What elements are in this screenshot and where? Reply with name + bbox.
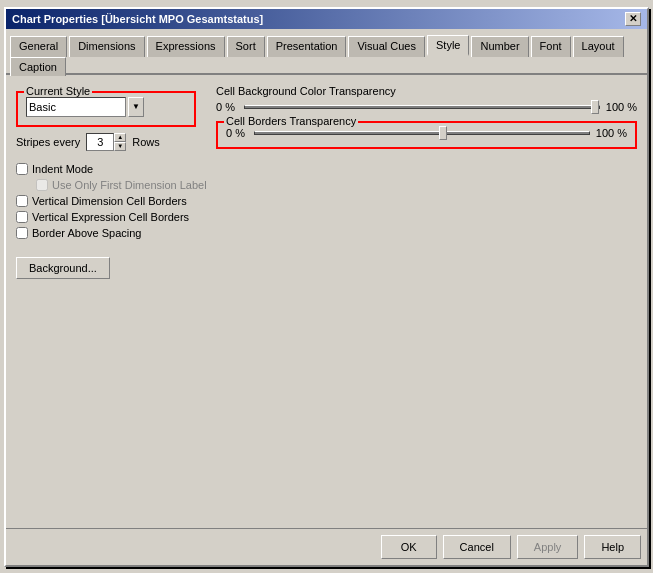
borders-slider-min: 0 %	[226, 127, 248, 139]
border-above-row: Border Above Spacing	[16, 227, 637, 239]
spinner-down-icon[interactable]: ▼	[114, 142, 126, 151]
checkboxes-section: Indent Mode Use Only First Dimension Lab…	[16, 163, 637, 243]
cell-borders-box: Cell Borders Transparency 0 % 100 %	[216, 121, 637, 149]
tab-visual-cues[interactable]: Visual Cues	[348, 36, 425, 57]
indent-mode-label: Indent Mode	[32, 163, 93, 175]
tab-font[interactable]: Font	[531, 36, 571, 57]
vert-dim-row: Vertical Dimension Cell Borders	[16, 195, 637, 207]
vert-dim-label: Vertical Dimension Cell Borders	[32, 195, 187, 207]
vert-expr-label: Vertical Expression Cell Borders	[32, 211, 189, 223]
current-style-box: Current Style Basic ▼	[16, 91, 196, 127]
stripes-spinner: ▲ ▼	[86, 133, 126, 151]
style-dropdown-container: Basic ▼	[26, 97, 186, 117]
use-first-dim-row: Use Only First Dimension Label	[36, 179, 637, 191]
tab-number[interactable]: Number	[471, 36, 528, 57]
close-button[interactable]: ✕	[625, 12, 641, 26]
vert-expr-checkbox[interactable]	[16, 211, 28, 223]
bg-slider-thumb[interactable]	[591, 100, 599, 114]
use-first-dim-checkbox[interactable]	[36, 179, 48, 191]
borders-slider-max: 100 %	[596, 127, 627, 139]
tab-expressions[interactable]: Expressions	[147, 36, 225, 57]
tab-dimensions[interactable]: Dimensions	[69, 36, 144, 57]
border-above-label: Border Above Spacing	[32, 227, 141, 239]
bottom-bar: OK Cancel Apply Help	[6, 528, 647, 565]
style-dropdown[interactable]: Basic	[26, 97, 126, 117]
stripes-label: Stripes every	[16, 136, 80, 148]
dropdown-arrow-icon[interactable]: ▼	[128, 97, 144, 117]
use-first-dim-label: Use Only First Dimension Label	[52, 179, 207, 191]
bg-slider-row: 0 % 100 %	[216, 101, 637, 113]
borders-slider-track	[254, 131, 590, 135]
cell-borders-label: Cell Borders Transparency	[224, 115, 358, 127]
cell-bg-label: Cell Background Color Transparency	[216, 85, 637, 97]
vert-expr-row: Vertical Expression Cell Borders	[16, 211, 637, 223]
bg-slider-max: 100 %	[606, 101, 637, 113]
stripes-input[interactable]	[86, 133, 114, 151]
vert-dim-checkbox[interactable]	[16, 195, 28, 207]
tab-style[interactable]: Style	[427, 35, 469, 56]
left-section: Current Style Basic ▼ Stripes every ▲	[16, 85, 196, 151]
background-button[interactable]: Background...	[16, 257, 110, 279]
right-section: Cell Background Color Transparency 0 % 1…	[216, 85, 637, 151]
borders-slider-row: 0 % 100 %	[226, 127, 627, 139]
title-bar: Chart Properties [Übersicht MPO Gesamtst…	[6, 9, 647, 29]
bg-transparency-section: Cell Background Color Transparency 0 % 1…	[216, 85, 637, 113]
tab-sort[interactable]: Sort	[227, 36, 265, 57]
tab-layout[interactable]: Layout	[573, 36, 624, 57]
tab-presentation[interactable]: Presentation	[267, 36, 347, 57]
apply-button[interactable]: Apply	[517, 535, 579, 559]
cancel-button[interactable]: Cancel	[443, 535, 511, 559]
border-above-checkbox[interactable]	[16, 227, 28, 239]
indent-mode-checkbox[interactable]	[16, 163, 28, 175]
content-area: Current Style Basic ▼ Stripes every ▲	[6, 75, 647, 528]
indent-mode-row: Indent Mode	[16, 163, 637, 175]
tab-caption[interactable]: Caption	[10, 57, 66, 76]
spinner-buttons: ▲ ▼	[114, 133, 126, 151]
spinner-up-icon[interactable]: ▲	[114, 133, 126, 142]
tab-general[interactable]: General	[10, 36, 67, 57]
button-section: Background...	[16, 257, 637, 279]
rows-label: Rows	[132, 136, 160, 148]
current-style-label: Current Style	[24, 85, 92, 97]
top-row: Current Style Basic ▼ Stripes every ▲	[16, 85, 637, 151]
dialog-title: Chart Properties [Übersicht MPO Gesamtst…	[12, 13, 263, 25]
bg-slider-min: 0 %	[216, 101, 238, 113]
borders-slider-thumb[interactable]	[439, 126, 447, 140]
tabs-container: GeneralDimensionsExpressionsSortPresenta…	[6, 29, 647, 75]
help-button[interactable]: Help	[584, 535, 641, 559]
bg-slider-track	[244, 105, 600, 109]
dialog-window: Chart Properties [Übersicht MPO Gesamtst…	[4, 7, 649, 567]
ok-button[interactable]: OK	[381, 535, 437, 559]
stripes-row: Stripes every ▲ ▼ Rows	[16, 133, 196, 151]
